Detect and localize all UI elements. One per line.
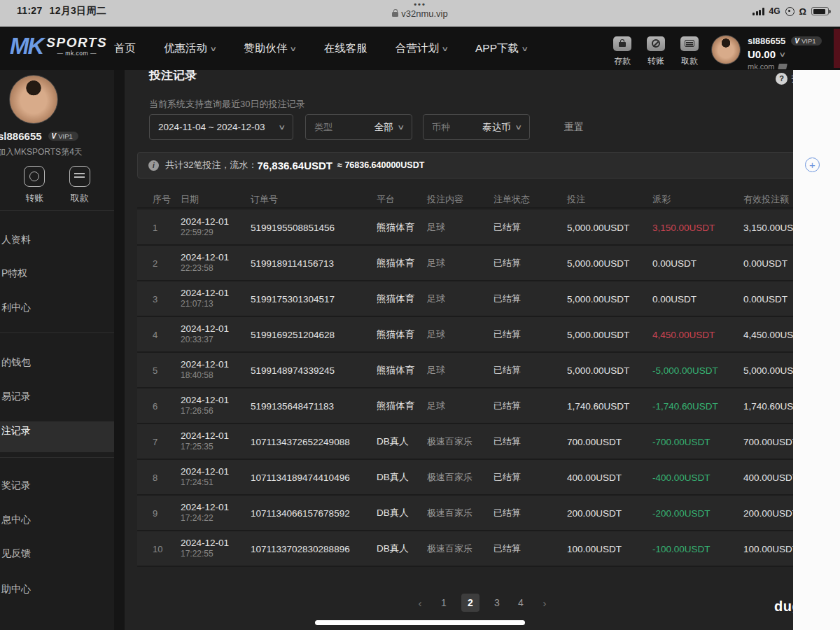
page-next-button[interactable]: › xyxy=(538,597,551,609)
cell-8: 0.00USDT xyxy=(743,293,788,304)
table-row[interactable]: 42024-12-0120:33:375199169251204628熊猫体育足… xyxy=(137,317,830,353)
vip-badge: VVIP1 xyxy=(791,36,821,46)
nav-menu: 首页优惠活动∨赞助伙伴∨在线客服合营计划∨APP下载∨ xyxy=(114,27,527,70)
table-row[interactable]: 92024-12-0117:24:221071134066157678592DB… xyxy=(137,496,830,531)
cell-7: -700.00USDT xyxy=(652,436,710,447)
cell-5: 已结算 xyxy=(493,542,521,555)
cell-2: 5199169251204628 xyxy=(251,329,335,340)
sidebar-item-4[interactable]: 易记录 xyxy=(1,391,31,403)
vip-level: VIP1 xyxy=(802,38,816,45)
sidebar-item-5[interactable]: 注记录 xyxy=(1,425,31,438)
cell-date: 2024-12-0122:59:29 xyxy=(181,216,229,238)
nav-item-5[interactable]: APP下载∨ xyxy=(475,41,527,56)
cell-date-time: 22:23:58 xyxy=(181,263,229,274)
cell-0: 6 xyxy=(153,400,158,411)
sidebar-divider xyxy=(0,457,114,458)
cell-date-day: 2024-12-01 xyxy=(181,359,229,370)
query-hint: 当前系统支持查询最近30日的投注记录 xyxy=(149,98,304,111)
column-header-2: 订单号 xyxy=(251,193,278,206)
table-row[interactable]: 62024-12-0117:26:565199135648471183熊猫体育足… xyxy=(137,388,830,424)
sidebar-withdraw-button[interactable]: 取款 xyxy=(69,166,90,204)
nav-item-1[interactable]: 优惠活动∨ xyxy=(164,41,216,56)
chevron-down-icon: ∨ xyxy=(209,45,217,52)
cell-3: DB真人 xyxy=(377,542,409,555)
balance-dropdown[interactable]: U0.00 ∨ xyxy=(748,48,822,60)
cell-2: 5199195508851456 xyxy=(251,222,335,232)
table-row[interactable]: 102024-12-0117:22:551071133702830288896D… xyxy=(137,531,830,567)
page-button-1[interactable]: 1 xyxy=(438,597,450,608)
cell-date-day: 2024-12-01 xyxy=(181,502,229,513)
table-row[interactable]: 82024-12-0117:24:511071134189474410496DB… xyxy=(137,460,830,496)
sidebar-item-6[interactable]: 奖记录 xyxy=(1,479,31,492)
cell-3: 熊猫体育 xyxy=(377,257,414,270)
page-button-2[interactable]: 2 xyxy=(461,594,479,612)
browser-address[interactable]: ••• v32nmu.vip xyxy=(0,1,840,19)
cell-7: -5,000.00USDT xyxy=(652,365,718,375)
sidebar-transfer-button[interactable]: 转账 xyxy=(24,166,45,204)
date-range-select[interactable]: 2024-11-04 ~ 2024-12-03 ∨ xyxy=(149,114,293,140)
chevron-down-icon: ∨ xyxy=(521,45,528,52)
balance-value[interactable]: U0.00 xyxy=(748,48,776,60)
table-row[interactable]: 22024-12-0122:23:585199189114156713熊猫体育足… xyxy=(137,246,830,281)
table-row[interactable]: 32024-12-0121:07:135199175301304517熊猫体育足… xyxy=(137,281,830,317)
nav-action-1[interactable]: 转账 xyxy=(644,36,668,67)
logo-subtitle: — mk.com — xyxy=(46,50,107,57)
summary-bar: i 共计32笔投注，流水： 76,836.64USDT ≈ 76836.6400… xyxy=(137,152,830,178)
tab-dots-icon[interactable]: ••• xyxy=(0,1,840,8)
page-prev-button[interactable]: ‹ xyxy=(414,597,426,609)
withdraw-icon xyxy=(69,166,90,187)
orientation-lock-icon xyxy=(785,7,794,16)
chevron-down-icon: ∨ xyxy=(289,45,297,52)
table-body: 12024-12-0122:59:295199195508851456熊猫体育足… xyxy=(137,210,830,567)
username: sl886655 xyxy=(748,36,785,46)
cell-4: 极速百家乐 xyxy=(427,542,472,555)
nav-action-2[interactable]: 取款 xyxy=(678,36,701,67)
nav-item-2[interactable]: 赞助伙伴∨ xyxy=(244,41,295,56)
nav-item-4[interactable]: 合营计划∨ xyxy=(396,41,447,56)
type-select[interactable]: 类型 全部∨ xyxy=(305,114,412,140)
cell-7: 0.00USDT xyxy=(652,258,696,268)
cell-date: 2024-12-0120:33:37 xyxy=(181,323,229,345)
column-header-5: 注单状态 xyxy=(493,193,530,206)
nav-item-3[interactable]: 在线客服 xyxy=(324,41,368,56)
sidebar-item-9[interactable]: 助中心 xyxy=(1,583,31,596)
home-indicator[interactable] xyxy=(315,620,525,625)
sidebar-item-0[interactable]: 人资料 xyxy=(1,234,31,246)
table-row[interactable]: 72024-12-0117:25:351071134372652249088DB… xyxy=(137,424,830,460)
cell-date: 2024-12-0117:24:51 xyxy=(181,466,229,488)
profile-avatar[interactable] xyxy=(9,75,58,124)
sidebar-item-3[interactable]: 的钱包 xyxy=(1,356,31,369)
cell-date-time: 17:24:51 xyxy=(181,477,229,488)
sidebar-item-8[interactable]: 见反馈 xyxy=(1,547,31,560)
cell-6: 5,000.00USDT xyxy=(567,365,629,375)
sidebar-item-2[interactable]: 利中心 xyxy=(1,302,31,314)
sidebar: sl886655 VVIP1 加入MKSPORTS第4天 转账 取款 人资料P特… xyxy=(0,70,114,630)
cell-5: 已结算 xyxy=(493,221,521,234)
site-flag-icon xyxy=(778,64,788,69)
table-row[interactable]: 52024-12-0118:40:585199148974339245熊猫体育足… xyxy=(137,353,830,388)
transfer-icon-glyph xyxy=(652,39,660,48)
help-icon[interactable]: ? xyxy=(776,73,788,85)
sidebar-item-1[interactable]: P特权 xyxy=(1,267,27,280)
nav-item-label: 在线客服 xyxy=(324,41,368,56)
table-row[interactable]: 12024-12-0122:59:295199195508851456熊猫体育足… xyxy=(137,210,830,246)
nav-action-0[interactable]: 存款 xyxy=(610,36,634,67)
nav-action-label: 取款 xyxy=(678,55,701,67)
nav-item-0[interactable]: 首页 xyxy=(114,41,136,56)
add-circle-button[interactable]: + xyxy=(805,158,820,172)
nav-item-label: 优惠活动 xyxy=(164,41,207,56)
page-title: 投注记录 xyxy=(149,70,197,83)
cell-4: 足球 xyxy=(427,328,445,341)
url-text[interactable]: v32nmu.vip xyxy=(401,8,447,19)
user-avatar[interactable] xyxy=(711,35,741,64)
reset-button[interactable]: 重置 xyxy=(564,114,584,140)
edge-red-strip xyxy=(834,29,840,68)
cell-date-day: 2024-12-01 xyxy=(181,466,229,477)
brand-logo[interactable]: MK SPORTS — mk.com — xyxy=(10,34,107,57)
cell-6: 5,000.00USDT xyxy=(567,329,629,340)
page-button-3[interactable]: 3 xyxy=(491,597,503,608)
page-button-4[interactable]: 4 xyxy=(514,597,527,608)
sidebar-item-7[interactable]: 息中心 xyxy=(1,514,31,526)
column-header-4: 投注内容 xyxy=(427,193,463,206)
currency-select[interactable]: 币种 泰达币∨ xyxy=(423,114,530,140)
